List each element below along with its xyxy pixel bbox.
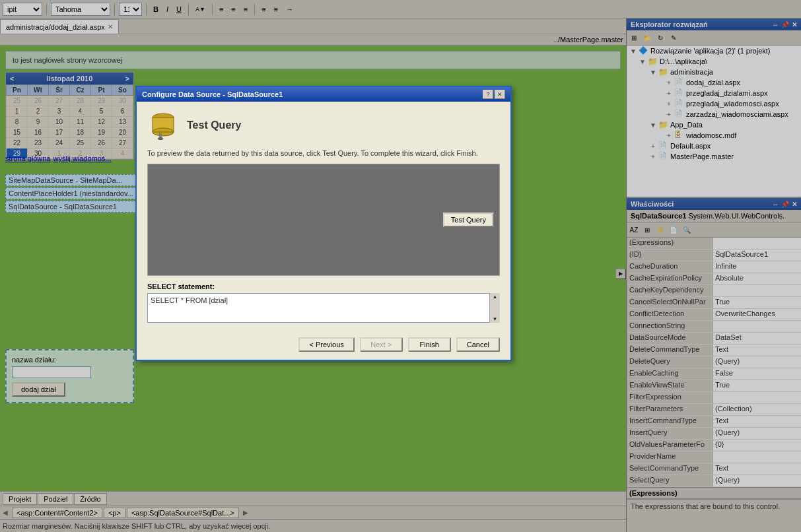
next-button[interactable]: Next > (360, 337, 403, 352)
modal-help-btn[interactable]: ? (483, 90, 493, 99)
modal-heading: Test Query (187, 119, 241, 131)
select-statement-text: SELECT * FROM [dział] (151, 296, 228, 304)
modal-titlebar: Configure Data Source - SqlDataSource1 ?… (137, 87, 510, 102)
select-container: SELECT * FROM [dział] ▲ ▼ (147, 293, 500, 323)
modal-description: To preview the data returned by this dat… (147, 149, 500, 157)
database-svg-icon (147, 110, 179, 141)
scrollbar-down[interactable]: ▼ (493, 316, 498, 322)
modal-overlay: Configure Data Source - SqlDataSource1 ?… (0, 0, 801, 532)
modal-body: Test Query To preview the data returned … (137, 102, 510, 331)
select-scrollbar[interactable]: ▲ ▼ (489, 293, 500, 323)
modal-heading-text: Test Query (187, 119, 241, 131)
select-statement-area: SELECT * FROM [dział] (147, 293, 500, 323)
modal-title-icons: ? ✕ (483, 90, 505, 99)
select-label: SELECT statement: (147, 283, 500, 290)
scrollbar-up[interactable]: ▲ (493, 294, 498, 300)
prev-button[interactable]: < Previous (298, 337, 354, 352)
finish-button[interactable]: Finish (408, 337, 451, 352)
modal-db-icon (147, 110, 179, 141)
modal-footer: < Previous Next > Finish Cancel (137, 331, 510, 360)
svg-point-5 (158, 137, 163, 140)
test-query-button[interactable]: Test Query (443, 213, 494, 227)
modal-preview-area: Test Query (147, 164, 500, 276)
modal-close-btn[interactable]: ✕ (495, 90, 505, 99)
modal-title: Configure Data Source - SqlDataSource1 (142, 90, 283, 98)
configure-datasource-dialog: Configure Data Source - SqlDataSource1 ?… (135, 86, 512, 361)
cancel-button[interactable]: Cancel (456, 337, 500, 352)
modal-header-row: Test Query (147, 110, 500, 141)
